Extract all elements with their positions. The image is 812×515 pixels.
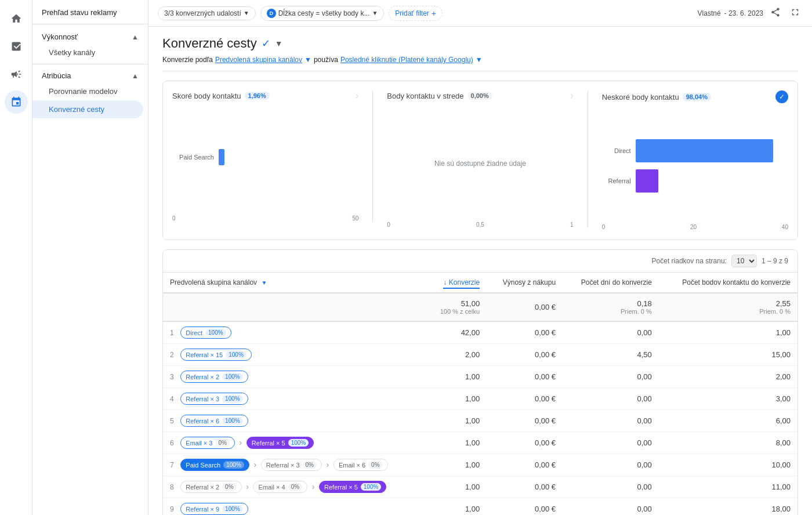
chart3-check: ✓: [775, 90, 788, 103]
chip-paid-search: Paid Search 100%: [180, 459, 249, 471]
chart2-arrow: ›: [570, 90, 573, 101]
chart3-badge: 98,04%: [683, 93, 711, 101]
section-vykonnost-label: Výkonnosť: [42, 32, 78, 41]
date-range-label: Vlastné: [698, 9, 721, 17]
total-conversions-sub: 100 % z celku: [433, 308, 480, 315]
chip-referral-15: Referral × 15 100%: [180, 349, 251, 361]
chip-referral-6: Referral × 6 100%: [180, 415, 248, 427]
attribution-model-link[interactable]: Posledné kliknutie (Platené kanály Googl…: [340, 56, 473, 64]
sidebar-item-vsetky-kanaly[interactable]: Všetky kanály: [32, 43, 143, 61]
chart-section-2: Body kontaktu v strede 0,00% › Nie sú do…: [373, 90, 588, 228]
chip-referral-2b: Referral × 2 0%: [180, 481, 241, 493]
col-header-channel[interactable]: Predvolená skupina kanálov ▼: [163, 273, 426, 293]
table-row: 5 Referral × 6 100% 1,00 0,00 € 0,00 6,0…: [163, 410, 798, 432]
chart1-label-paid-search: Paid Search: [172, 154, 214, 161]
chip-direct: Direct 100%: [180, 327, 231, 339]
add-icon: +: [432, 9, 436, 18]
filter-d-icon: D: [267, 9, 276, 18]
page-header: Konverzné cesty ✓ ▼: [162, 27, 798, 56]
filter-path-length[interactable]: D Dĺžka cesty = všetky body k... ▼: [260, 6, 385, 21]
filter-conversions-label: 3/3 konverzných udalostí: [164, 9, 241, 17]
chart-section-1: Skoré body kontaktu 1,96% › Paid Search: [172, 90, 373, 222]
section-atribucia-label: Atribúcia: [42, 71, 71, 80]
rows-per-page-select[interactable]: 10: [731, 255, 757, 267]
date-value: - 23. 6. 2023: [724, 9, 763, 17]
chip-email-6: Email × 6 0%: [334, 459, 388, 471]
chevron-up-icon2: ▲: [132, 72, 139, 80]
pagination-label: 1 – 9 z 9: [762, 257, 788, 265]
total-touchpoints-sub: Priem. 0 %: [666, 308, 791, 315]
col-header-conversions[interactable]: ↓ Konverzie: [426, 273, 487, 293]
table-toolbar: Počet riadkov na stranu: 10 1 – 9 z 9: [163, 250, 798, 273]
expand-icon[interactable]: [788, 5, 803, 21]
charts-container: Skoré body kontaktu 1,96% › Paid Search: [162, 81, 798, 240]
chip-referral-2: Referral × 2 100%: [180, 371, 248, 383]
table-row: 2 Referral × 15 100% 2,00 0,00 € 4,50 15…: [163, 344, 798, 366]
filter-conversions-chevron: ▼: [244, 10, 249, 16]
add-filter-button[interactable]: Pridať filter +: [389, 6, 443, 21]
chart3-x20: 20: [690, 224, 697, 230]
chart2-x0: 0: [387, 222, 390, 228]
filter-path-label: Dĺžka cesty = všetky body k...: [278, 9, 370, 17]
chevron-up-icon: ▲: [132, 33, 139, 41]
col-header-days[interactable]: Počet dní do konverzie: [563, 273, 659, 293]
table-row: 8 Referral × 2 0% › Email × 4 0% › Refer…: [163, 476, 798, 498]
total-days: 0,18: [570, 299, 652, 308]
table-row: 7 Paid Search 100% › Referral × 3 0% › E…: [163, 454, 798, 476]
chart1-title: Skoré body kontaktu: [172, 92, 241, 100]
total-conversions: 51,00: [433, 299, 480, 308]
chart1-body: Paid Search 0 50: [172, 106, 358, 222]
topbar: 3/3 konverzných udalostí ▼ D Dĺžka cesty…: [148, 0, 812, 27]
table-row: 4 Referral × 3 100% 1,00 0,00 € 0,00 3,0…: [163, 388, 798, 410]
rows-per-page-label: Počet riadkov na stranu:: [652, 257, 727, 265]
page-content: Konverzné cesty ✓ ▼ Konverzie podľa Pred…: [148, 27, 812, 515]
chart3-x0: 0: [602, 224, 606, 230]
total-touchpoints: 2,55: [666, 299, 791, 308]
chart3-label-referral: Referral: [602, 177, 631, 184]
chart2-x05: 0,5: [476, 222, 484, 228]
section-vykonnost[interactable]: Výkonnosť ▲: [32, 28, 148, 43]
chart1-badge: 1,96%: [245, 92, 270, 100]
chart3-title: Neskoré body kontaktu: [602, 93, 679, 101]
nav-chart-icon[interactable]: [5, 35, 28, 58]
chart1-x50: 50: [352, 215, 358, 222]
table-row: 1 Direct 100% 42,00 0,00 € 0,00 1,00: [163, 321, 798, 344]
table-row: 3 Referral × 2 100% 1,00 0,00 € 0,00 2,0…: [163, 366, 798, 388]
attribution-group-link[interactable]: Predvolená skupina kanálov: [215, 56, 302, 64]
section-atribucia[interactable]: Atribúcia ▲: [32, 67, 148, 82]
chart1-bar-paid-search: [219, 149, 224, 165]
attribution-prefix: Konverzie podľa: [162, 56, 213, 64]
sidebar-item-konverzne-cesty[interactable]: Konverzné cesty: [32, 100, 143, 118]
chart3-body: Direct Referral: [602, 108, 788, 224]
attribution-model-dropdown[interactable]: ▼: [476, 56, 483, 64]
app-title: Prehľad stavu reklamy: [32, 0, 148, 20]
data-table: Predvolená skupina kanálov ▼ ↓ Konverzie…: [163, 273, 798, 515]
share-icon[interactable]: [768, 5, 783, 21]
chip-email-4: Email × 4 0%: [253, 481, 307, 493]
chart2-no-data: Nie sú dostupné žiadne údaje: [434, 159, 526, 168]
attribution-dropdown[interactable]: ▼: [304, 56, 311, 64]
chip-email-3: Email × 3 0%: [180, 437, 235, 449]
table-row: 9 Referral × 9 100% 1,00 0,00 € 0,00 18,…: [163, 498, 798, 516]
col-header-revenue[interactable]: Výnosy z nákupu: [487, 273, 563, 293]
chart1-x0: 0: [172, 215, 176, 222]
col-header-touchpoints[interactable]: Počet bodov kontaktu do konverzie: [659, 273, 798, 293]
chip-referral-5: Referral × 5 100%: [246, 437, 314, 449]
nav-megaphone-icon[interactable]: [5, 63, 28, 86]
filter-conversions[interactable]: 3/3 konverzných udalostí ▼: [158, 6, 256, 20]
table-row: 6 Email × 3 0% › Referral × 5 100% 1,00 …: [163, 432, 798, 454]
chart-section-3: Neskoré body kontaktu 98,04% ✓ Direct: [588, 90, 788, 230]
page-title-chevron[interactable]: ▼: [275, 39, 283, 48]
table-container: Počet riadkov na stranu: 10 1 – 9 z 9 Pr…: [162, 249, 798, 515]
nav-attribution-icon[interactable]: [5, 90, 28, 114]
chip-referral-5b: Referral × 5 100%: [319, 481, 386, 493]
totals-row: 51,00 100 % z celku 0,00 € 0,18 Priem. 0…: [163, 293, 798, 321]
total-revenue: 0,00 €: [494, 303, 556, 311]
chart3-x40: 40: [782, 224, 788, 230]
chart1-arrow: ›: [356, 90, 358, 101]
sidebar-item-porovnanie-modelov[interactable]: Porovnanie modelov: [32, 82, 143, 100]
page-title: Konverzné cesty: [162, 36, 257, 51]
chip-referral-3: Referral × 3 100%: [180, 393, 248, 405]
nav-home-icon[interactable]: [5, 7, 28, 30]
chip-referral-3b: Referral × 3 0%: [261, 459, 322, 471]
